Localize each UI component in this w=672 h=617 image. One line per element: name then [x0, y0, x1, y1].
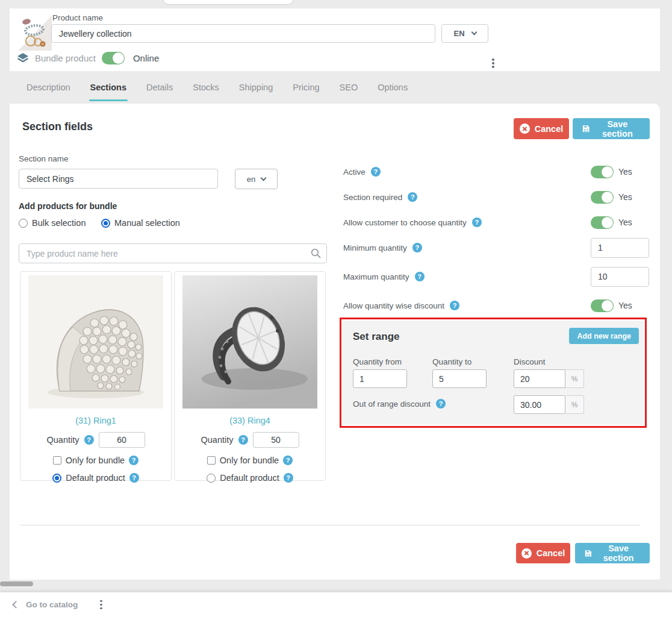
toggle-state-label: Yes	[618, 167, 632, 177]
discount-input[interactable]	[514, 369, 565, 388]
save-section-button-bottom[interactable]: Save section	[575, 543, 650, 563]
tab-sections[interactable]: Sections	[90, 83, 126, 92]
toggle-state-label: Yes	[618, 218, 632, 227]
help-icon[interactable]	[84, 435, 94, 445]
manual-selection-label: Manual selection	[114, 218, 180, 228]
default-product-row[interactable]: Default product	[28, 473, 163, 483]
add-new-range-button[interactable]: Add new range	[569, 328, 639, 344]
minimum-quantity-input[interactable]	[591, 238, 649, 258]
footer-more-menu-icon[interactable]	[98, 598, 104, 612]
only-for-bundle-checkbox[interactable]	[53, 456, 61, 465]
add-products-label: Add products for bundle	[19, 201, 117, 211]
section-fields-panel: Section fields Cancel Save section Secti…	[10, 104, 660, 580]
product-link[interactable]: (31) Ring1	[28, 416, 163, 425]
product-card-ring4: (33) Ring4 Quantity Only for bundle Defa…	[174, 271, 326, 481]
manual-radio[interactable]	[101, 219, 110, 228]
only-for-bundle-row[interactable]: Only for bundle	[182, 456, 317, 465]
tab-seo[interactable]: SEO	[340, 83, 358, 92]
help-icon[interactable]	[408, 192, 417, 202]
help-icon[interactable]	[129, 456, 138, 465]
section-required-toggle[interactable]	[591, 191, 614, 204]
tab-description[interactable]: Description	[26, 83, 70, 92]
online-toggle[interactable]	[102, 52, 125, 64]
tab-options[interactable]: Options	[378, 83, 408, 92]
product-card-ring1: (31) Ring1 Quantity Only for bundle Defa…	[20, 271, 172, 481]
product-thumbnail[interactable]	[18, 16, 52, 51]
product-header: Product name EN Bundle product Online	[10, 8, 660, 71]
toggle-state-label: Yes	[618, 301, 632, 310]
go-to-catalog-link[interactable]: Go to catalog	[26, 600, 78, 609]
tab-stocks[interactable]: Stocks	[193, 83, 219, 92]
default-product-radio[interactable]	[207, 474, 216, 483]
allow-customer-quantity-toggle[interactable]	[591, 216, 614, 229]
layers-icon	[17, 52, 29, 64]
discount-label: Discount	[514, 357, 546, 366]
quantity-input[interactable]	[99, 432, 145, 448]
help-icon[interactable]	[415, 272, 425, 281]
tab-details[interactable]: Details	[146, 83, 173, 92]
jewellery-thumbnail-image	[18, 16, 52, 51]
quantity-from-label: Quantity from	[353, 357, 402, 366]
default-product-label: Default product	[220, 473, 279, 483]
quantity-from-input[interactable]	[353, 369, 407, 388]
horizontal-scrollbar-thumb[interactable]	[0, 581, 33, 586]
header-more-menu-icon[interactable]	[490, 57, 496, 70]
set-range-panel: Set range Add new range Quantity from Qu…	[343, 321, 644, 425]
manual-selection-option[interactable]: Manual selection	[101, 218, 180, 228]
section-name-input[interactable]	[19, 169, 218, 189]
setting-row-maximum-quantity: Maximum quantity	[343, 266, 661, 287]
allow-quantity-discount-toggle[interactable]	[591, 299, 614, 312]
help-icon[interactable]	[436, 399, 446, 409]
section-name-label: Section name	[19, 154, 69, 163]
section-language-selector[interactable]: en	[235, 169, 278, 189]
help-icon[interactable]	[238, 435, 248, 445]
default-product-row[interactable]: Default product	[182, 473, 317, 483]
product-link[interactable]: (33) Ring4	[182, 416, 317, 425]
setting-row-allow-customer-quantity: Allow customer to choose quantity Yes	[343, 212, 661, 233]
browser-popup-remnant	[163, 0, 294, 5]
out-of-range-discount-input[interactable]	[514, 395, 565, 414]
chevron-left-icon	[12, 601, 20, 609]
divider	[20, 525, 640, 525]
chevron-down-icon	[471, 30, 477, 36]
section-language-value: en	[247, 175, 255, 184]
only-for-bundle-checkbox[interactable]	[207, 456, 216, 465]
help-icon[interactable]	[283, 456, 293, 465]
save-button-label: Save section	[595, 119, 640, 139]
quantity-input[interactable]	[253, 432, 299, 448]
only-for-bundle-label: Only for bundle	[66, 456, 125, 465]
default-product-radio[interactable]	[52, 474, 61, 483]
set-range-highlight-box: Set range Add new range Quantity from Qu…	[340, 318, 647, 428]
product-name-input[interactable]	[51, 24, 435, 43]
quantity-row: Quantity	[182, 432, 317, 448]
quantity-row: Quantity	[28, 432, 163, 448]
active-toggle[interactable]	[591, 166, 614, 178]
help-icon[interactable]	[412, 243, 422, 252]
only-for-bundle-row[interactable]: Only for bundle	[28, 456, 163, 465]
product-name-label: Product name	[52, 13, 103, 22]
search-icon[interactable]	[311, 248, 321, 258]
cancel-button[interactable]: Cancel	[514, 118, 569, 139]
cancel-button-label: Cancel	[537, 548, 565, 558]
tab-pricing[interactable]: Pricing	[293, 83, 319, 92]
online-status-label: Online	[133, 53, 159, 63]
help-icon[interactable]	[129, 473, 139, 483]
only-for-bundle-label: Only for bundle	[220, 456, 279, 465]
save-floppy-icon	[582, 124, 590, 133]
maximum-quantity-input[interactable]	[591, 267, 649, 287]
quantity-to-input[interactable]	[432, 369, 487, 388]
product-search-input[interactable]	[19, 243, 327, 263]
bulk-selection-option[interactable]: Bulk selection	[19, 218, 86, 228]
out-of-range-discount-label: Out of range discount	[353, 399, 431, 409]
cancel-x-icon	[521, 548, 532, 559]
language-selector[interactable]: EN	[441, 24, 488, 43]
quantity-to-label: Quantity to	[432, 357, 471, 366]
help-icon[interactable]	[450, 301, 459, 310]
help-icon[interactable]	[472, 218, 482, 227]
bulk-radio[interactable]	[19, 219, 28, 228]
help-icon[interactable]	[284, 473, 293, 483]
cancel-button-bottom[interactable]: Cancel	[516, 543, 570, 563]
tab-shipping[interactable]: Shipping	[239, 83, 273, 92]
help-icon[interactable]	[371, 167, 381, 177]
save-section-button[interactable]: Save section	[573, 118, 650, 139]
